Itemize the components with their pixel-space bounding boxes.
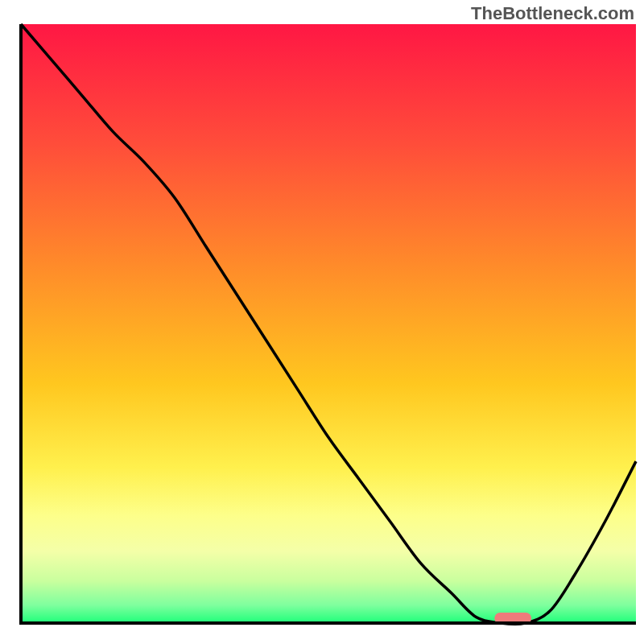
- chart-container: { "watermark": "TheBottleneck.com", "cha…: [0, 0, 644, 644]
- plot-background: [21, 24, 636, 623]
- watermark-text: TheBottleneck.com: [471, 3, 634, 24]
- bottleneck-chart: [0, 0, 644, 644]
